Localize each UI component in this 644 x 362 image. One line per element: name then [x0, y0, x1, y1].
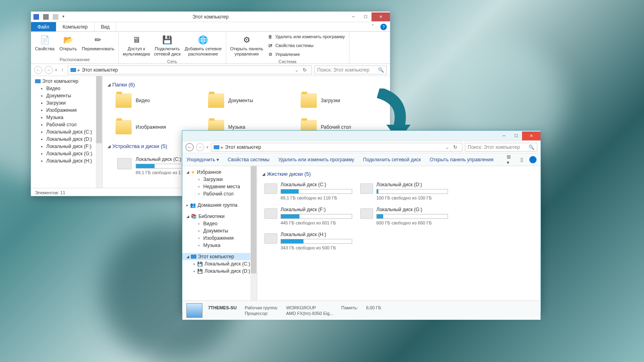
- back-button[interactable]: ←: [186, 143, 194, 151]
- tree-favorites[interactable]: ◢ ★ Избранное: [182, 169, 257, 176]
- tree-item[interactable]: ▪Документы: [31, 92, 102, 99]
- tree-item[interactable]: ▪Локальный диск (G:): [31, 150, 102, 157]
- qat-dropdown-icon[interactable]: ▾: [62, 14, 68, 20]
- tree-item[interactable]: ▪Рабочий стол: [31, 121, 102, 128]
- refresh-button[interactable]: ↻: [300, 67, 309, 73]
- computer-icon: [35, 79, 41, 83]
- app-icon: [33, 14, 39, 20]
- breadcrumb-separator[interactable]: ▸: [221, 144, 223, 150]
- map-network-drive-button[interactable]: Подключить сетевой диск: [363, 157, 421, 162]
- item-icon: ▪: [39, 100, 45, 106]
- folder-item[interactable]: Видео: [116, 93, 188, 108]
- folder-icon: [208, 93, 224, 108]
- tree-item[interactable]: ▪Локальный диск (F:): [31, 143, 102, 150]
- breadcrumb-segment[interactable]: Этот компьютер: [82, 67, 118, 73]
- system-properties-button[interactable]: Свойства системы: [228, 157, 270, 162]
- section-header-folders[interactable]: ◢Папки (6): [107, 82, 385, 88]
- drive-item[interactable]: Локальный диск (C:)89,1 ГБ свободно из 1…: [264, 182, 352, 200]
- tree-item[interactable]: ▪Видео: [31, 85, 102, 92]
- tree-item[interactable]: ▫Рабочий стол: [182, 190, 257, 197]
- search-input[interactable]: Поиск: Этот компьютер🔍: [314, 66, 387, 74]
- history-dropdown-icon[interactable]: ▾: [206, 145, 208, 149]
- view-options-icon[interactable]: ⊞ ▾: [507, 156, 514, 163]
- drive-item[interactable]: Локальный диск (H:)343 ГБ свободно из 50…: [264, 232, 352, 250]
- qat-icon[interactable]: [53, 14, 58, 20]
- forward-button[interactable]: →: [196, 143, 204, 151]
- close-button[interactable]: ✕: [522, 132, 541, 140]
- minimize-button[interactable]: ─: [498, 132, 510, 140]
- preview-pane-icon[interactable]: ▯: [518, 156, 525, 163]
- breadcrumb-separator[interactable]: ▸: [78, 67, 80, 73]
- properties-button[interactable]: 📄Свойства: [33, 33, 56, 56]
- tree-item[interactable]: ▫Недавние места: [182, 183, 257, 190]
- search-input[interactable]: Поиск: Этот компьютер🔍: [465, 143, 537, 152]
- tree-root-this-pc[interactable]: Этот компьютер: [31, 78, 102, 85]
- breadcrumb-segment[interactable]: Этот компьютер: [225, 144, 261, 150]
- scrollbar[interactable]: [250, 166, 257, 300]
- drive-item[interactable]: Локальный диск (G:)600 ГБ свободно из 66…: [360, 207, 448, 225]
- history-dropdown-icon[interactable]: ▾: [55, 68, 57, 72]
- help-icon[interactable]: ?: [380, 24, 387, 30]
- minimize-button[interactable]: ─: [347, 12, 359, 21]
- breadcrumb-dropdown-icon[interactable]: ⌄: [295, 67, 299, 73]
- maximize-button[interactable]: ☐: [510, 132, 522, 140]
- tree-item[interactable]: ▫Документы: [182, 227, 257, 234]
- map-network-drive-button[interactable]: 💾Подключить сетевой диск: [153, 33, 182, 58]
- manage-button[interactable]: ⚙Управление: [266, 50, 347, 58]
- folder-item[interactable]: Документы: [208, 93, 281, 108]
- tree-item[interactable]: ▪Загрузки: [31, 99, 102, 107]
- tree-this-pc[interactable]: ◢ Этот компьютер: [182, 253, 257, 260]
- forward-button[interactable]: →: [45, 66, 53, 74]
- back-button[interactable]: ←: [34, 66, 42, 74]
- drive-item[interactable]: Локальный диск (F:)445 ГБ свободно из 60…: [264, 207, 352, 225]
- control-panel-button[interactable]: Открыть панель управления: [429, 157, 493, 162]
- maximize-button[interactable]: ☐: [359, 12, 372, 21]
- breadcrumb[interactable]: ▸ Этот компьютер ⌄ ↻: [68, 66, 312, 74]
- drive-item[interactable]: Локальный диск (D:)100 ГБ свободно из 10…: [360, 182, 448, 200]
- control-panel-button[interactable]: ⚙Открыть панель управления: [229, 33, 265, 58]
- drive-capacity-bar: [281, 214, 352, 219]
- section-header-drives[interactable]: ◢Жесткие диски (5): [262, 171, 536, 177]
- folder-item[interactable]: Изображения: [116, 120, 188, 134]
- tree-item[interactable]: ▫Загрузки: [182, 176, 257, 183]
- tree-item[interactable]: ▫Изображения: [182, 234, 257, 242]
- scrollbar[interactable]: [96, 76, 102, 188]
- folder-item[interactable]: Загрузки: [301, 93, 373, 108]
- refresh-button[interactable]: ↻: [451, 144, 460, 150]
- titlebar[interactable]: ─ ☐ ✕: [182, 131, 541, 141]
- help-icon[interactable]: ?: [529, 156, 537, 163]
- open-button[interactable]: 📂Открыть: [57, 33, 79, 56]
- breadcrumb[interactable]: ▸ Этот компьютер ⌄ ↻: [211, 143, 462, 152]
- close-button[interactable]: ✕: [372, 12, 390, 21]
- qat-icon[interactable]: [43, 14, 49, 20]
- organize-button[interactable]: Упорядочить ▾: [186, 157, 219, 162]
- detail-label: Память:: [341, 305, 358, 310]
- item-icon: ▪: [39, 122, 45, 128]
- navigation-tree: ◢ ★ Избранное ▫Загрузки▫Недавние места▫Р…: [182, 166, 257, 300]
- up-button[interactable]: ↑: [60, 67, 65, 73]
- media-access-button[interactable]: 🖥Доступ к мультимедиа: [121, 33, 152, 58]
- collapse-ribbon-icon[interactable]: ˄: [368, 22, 377, 31]
- system-properties-button[interactable]: 🖳Свойства системы: [266, 41, 347, 49]
- tree-item[interactable]: ▪Музыка: [31, 114, 102, 121]
- tab-file[interactable]: Файл: [31, 22, 56, 31]
- titlebar[interactable]: ▾ Этот компьютер ─ ☐ ✕: [31, 12, 390, 22]
- tree-item[interactable]: ▪Локальный диск (D:): [31, 136, 102, 143]
- tree-item[interactable]: ▫Видео: [182, 220, 257, 227]
- uninstall-program-button[interactable]: Удалить или изменить программу: [278, 157, 354, 162]
- tree-libraries[interactable]: ◢ 📚 Библиотеки: [182, 213, 257, 220]
- tree-item[interactable]: ▸ 💾Локальный диск (C:): [182, 260, 257, 267]
- tab-computer[interactable]: Компьютер: [56, 22, 95, 31]
- tree-item[interactable]: ▪Локальный диск (H:): [31, 157, 102, 165]
- tree-item[interactable]: ▪Изображения: [31, 107, 102, 114]
- breadcrumb-dropdown-icon[interactable]: ⌄: [445, 144, 449, 150]
- rename-button[interactable]: ✏Переименовать: [80, 33, 116, 56]
- tree-item[interactable]: ▸ 💾Локальный диск (D:): [182, 267, 257, 275]
- tree-item[interactable]: ▫Музыка: [182, 242, 257, 249]
- tree-homegroup[interactable]: ▸ 👥 Домашняя группа: [182, 202, 257, 209]
- tab-view[interactable]: Вид: [95, 22, 117, 31]
- collapse-icon: ◢: [107, 144, 111, 148]
- tree-item[interactable]: ▪Локальный диск (C:): [31, 128, 102, 136]
- add-network-location-button[interactable]: 🌐Добавить сетевое расположение: [183, 33, 223, 58]
- uninstall-program-button[interactable]: 🗑Удалить или изменить программу: [266, 33, 347, 41]
